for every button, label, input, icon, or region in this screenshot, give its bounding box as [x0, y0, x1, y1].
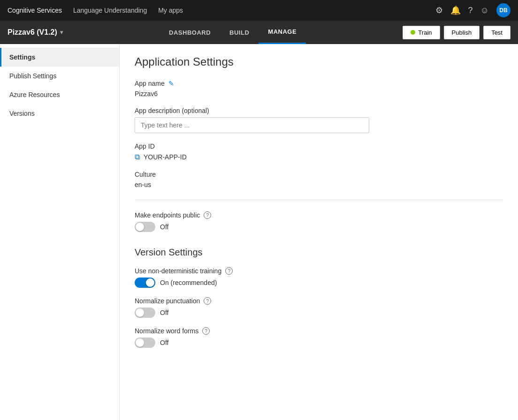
avatar[interactable]: DB: [496, 3, 510, 17]
non-deterministic-toggle-row: On (recommended): [135, 278, 503, 288]
topbar-nav-myapps[interactable]: My apps: [158, 7, 183, 14]
appbar: Pizzav6 (V1.2) ▾ DASHBOARD BUILD MANAGE …: [0, 21, 518, 44]
normalize-word-forms-toggle-row: Off: [135, 338, 503, 348]
app-id-value: YOUR-APP-ID: [144, 153, 187, 161]
make-endpoints-group: Make endpoints public ? Off: [135, 211, 503, 232]
normalize-word-forms-group: Normalize word forms ? Off: [135, 327, 503, 348]
app-name-label: App name ✎: [135, 80, 503, 87]
help-icon[interactable]: ?: [468, 6, 473, 15]
appbar-actions: Train Publish Test: [403, 26, 510, 39]
main-content: Application Settings App name ✎ Pizzav6 …: [120, 44, 518, 420]
topbar-brand[interactable]: Cognitive Services: [8, 7, 62, 14]
app-description-input[interactable]: [135, 117, 369, 133]
toggle-knob: [136, 338, 144, 347]
copy-icon[interactable]: ⧉: [135, 153, 140, 161]
edit-app-name-icon[interactable]: ✎: [168, 80, 174, 87]
sidebar-item-settings[interactable]: Settings: [0, 48, 119, 67]
chevron-down-icon: ▾: [60, 29, 63, 36]
make-endpoints-toggle-row: Off: [135, 222, 503, 232]
normalize-word-forms-help-icon[interactable]: ?: [202, 327, 210, 335]
app-id-label: App ID: [135, 142, 503, 150]
normalize-punctuation-toggle-row: Off: [135, 308, 503, 318]
topbar-right: ⚙ 🔔 ? ☺ DB: [435, 3, 510, 17]
test-button[interactable]: Test: [483, 26, 510, 39]
smiley-icon[interactable]: ☺: [480, 6, 489, 15]
appbar-nav: DASHBOARD BUILD MANAGE: [160, 21, 306, 44]
app-description-group: App description (optional): [135, 107, 503, 133]
nav-manage[interactable]: MANAGE: [259, 21, 306, 44]
non-deterministic-help-icon[interactable]: ?: [225, 267, 233, 275]
app-name-value: Pizzav6: [135, 90, 503, 98]
bell-icon[interactable]: 🔔: [450, 5, 461, 15]
train-status-dot: [411, 30, 415, 35]
non-deterministic-group: Use non-deterministic training ? On (rec…: [135, 267, 503, 288]
toggle-knob: [136, 223, 144, 231]
make-endpoints-label: Make endpoints public ?: [135, 211, 503, 219]
layout: Settings Publish Settings Azure Resource…: [0, 44, 518, 420]
normalize-punctuation-group: Normalize punctuation ? Off: [135, 297, 503, 318]
settings-icon[interactable]: ⚙: [435, 5, 443, 15]
app-description-label: App description (optional): [135, 107, 503, 114]
culture-label: Culture: [135, 171, 503, 178]
topbar-left: Cognitive Services Language Understandin…: [8, 7, 183, 14]
topbar: Cognitive Services Language Understandin…: [0, 0, 518, 21]
app-name-group: App name ✎ Pizzav6: [135, 80, 503, 98]
normalize-punctuation-toggle[interactable]: [135, 308, 155, 318]
app-id-row: ⧉ YOUR-APP-ID: [135, 153, 503, 161]
sidebar-item-versions[interactable]: Versions: [0, 104, 119, 123]
culture-group: Culture en-us: [135, 171, 503, 188]
divider-1: [135, 200, 503, 200]
normalize-word-forms-toggle[interactable]: [135, 338, 155, 348]
topbar-nav-language[interactable]: Language Understanding: [73, 7, 147, 14]
normalize-word-forms-toggle-label: Off: [160, 339, 168, 346]
sidebar-item-azure-resources[interactable]: Azure Resources: [0, 85, 119, 104]
app-title[interactable]: Pizzav6 (V1.2) ▾: [8, 28, 63, 37]
app-id-group: App ID ⧉ YOUR-APP-ID: [135, 142, 503, 161]
nav-dashboard[interactable]: DASHBOARD: [160, 21, 220, 44]
train-button[interactable]: Train: [403, 26, 440, 39]
normalize-punctuation-toggle-label: Off: [160, 309, 168, 316]
normalize-word-forms-label: Normalize word forms ?: [135, 327, 503, 335]
app-title-text: Pizzav6 (V1.2): [8, 28, 57, 37]
sidebar: Settings Publish Settings Azure Resource…: [0, 44, 120, 420]
page-title: Application Settings: [135, 55, 503, 68]
toggle-knob: [146, 278, 154, 287]
publish-button[interactable]: Publish: [444, 26, 480, 39]
make-endpoints-toggle[interactable]: [135, 222, 155, 232]
culture-value: en-us: [135, 181, 503, 188]
sidebar-item-publish-settings[interactable]: Publish Settings: [0, 67, 119, 85]
version-settings-title: Version Settings: [135, 247, 503, 258]
normalize-punctuation-help-icon[interactable]: ?: [204, 297, 211, 305]
non-deterministic-toggle-label: On (recommended): [160, 279, 217, 286]
toggle-knob: [136, 308, 144, 317]
normalize-punctuation-label: Normalize punctuation ?: [135, 297, 503, 305]
non-deterministic-label: Use non-deterministic training ?: [135, 267, 503, 275]
make-endpoints-help-icon[interactable]: ?: [204, 211, 211, 219]
non-deterministic-toggle[interactable]: [135, 278, 155, 288]
make-endpoints-toggle-label: Off: [160, 223, 168, 231]
nav-build[interactable]: BUILD: [220, 21, 259, 44]
